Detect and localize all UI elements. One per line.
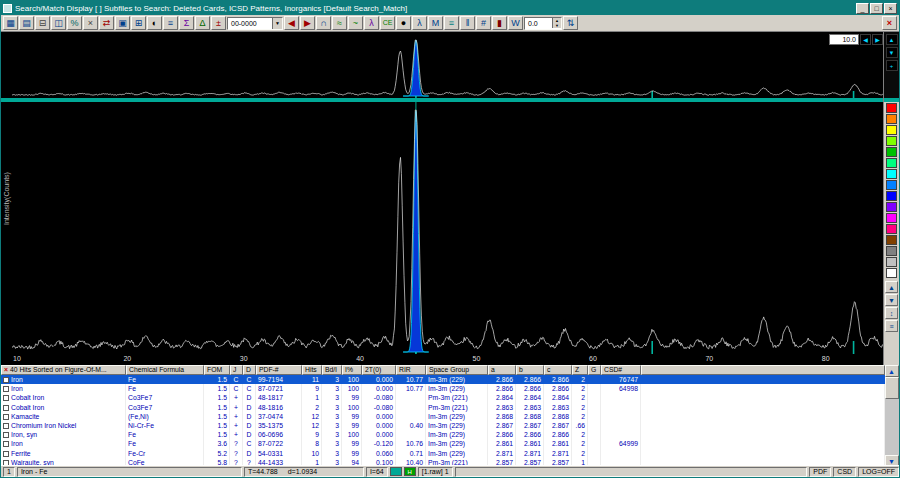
column-header-Chemical Formula[interactable]: Chemical Formula bbox=[126, 365, 204, 375]
updown-icon[interactable]: ⇅ bbox=[563, 16, 578, 30]
grid-icon[interactable]: ⊞ bbox=[131, 16, 146, 30]
row-checkbox[interactable] bbox=[3, 423, 9, 429]
row-checkbox[interactable] bbox=[3, 386, 9, 392]
row-checkbox[interactable] bbox=[3, 405, 9, 411]
hash-icon[interactable]: # bbox=[476, 16, 491, 30]
table-row[interactable]: IronFe1.5CC99-71941131000.00010.77Im-3m … bbox=[1, 375, 885, 384]
row-checkbox[interactable] bbox=[3, 432, 9, 438]
column-header-b[interactable]: b bbox=[516, 365, 544, 375]
circle-icon[interactable]: ● bbox=[396, 16, 411, 30]
column-header-FOM[interactable]: FOM bbox=[204, 365, 230, 375]
palette-color-14[interactable] bbox=[886, 257, 897, 267]
prev-peak-icon[interactable]: ◀ bbox=[284, 16, 299, 30]
palette-color-5[interactable] bbox=[886, 158, 897, 168]
palette-color-3[interactable] bbox=[886, 136, 897, 146]
lambda-icon[interactable]: λ bbox=[412, 16, 427, 30]
palette-color-9[interactable] bbox=[886, 202, 897, 212]
delta-icon[interactable]: Δ bbox=[195, 16, 210, 30]
pdf-number-combo[interactable]: 00-0000 ▼ bbox=[227, 17, 283, 30]
table-row[interactable]: Cobalt IronCo3Fe71.5+D48-181623100-0.080… bbox=[1, 403, 885, 412]
pattern-chart-plot[interactable] bbox=[12, 102, 885, 354]
minimize-button[interactable]: _ bbox=[856, 3, 869, 14]
table-row[interactable]: Cobalt IronCo3Fe71.5+D48-18171399-0.080P… bbox=[1, 393, 885, 402]
percent-icon[interactable]: % bbox=[67, 16, 82, 30]
palette-color-2[interactable] bbox=[886, 125, 897, 135]
cut-icon[interactable]: × bbox=[83, 16, 98, 30]
column-header-filler[interactable] bbox=[641, 365, 885, 375]
column-header-2T(0)[interactable]: 2T(0) bbox=[362, 365, 396, 375]
print-icon[interactable]: ⊟ bbox=[35, 16, 50, 30]
table-row[interactable]: FerriteFe-Cr5.2?D54-0331103990.0600.71Im… bbox=[1, 449, 885, 458]
column-header-name[interactable]: ×40 Hits Sorted on Figure-Of-M... bbox=[1, 365, 126, 375]
column-header-Space Group[interactable]: Space Group bbox=[426, 365, 488, 375]
background-fit-icon[interactable]: ≈ bbox=[332, 16, 347, 30]
table-scrollbar[interactable]: ▲ ▼ bbox=[884, 365, 899, 467]
pdf-toggle[interactable]: PDF bbox=[809, 467, 831, 477]
column-header-G[interactable]: G bbox=[588, 365, 601, 375]
row-checkbox[interactable] bbox=[3, 441, 9, 447]
overlay-icon[interactable]: ▣ bbox=[115, 16, 130, 30]
peak-profile-icon[interactable]: ∩ bbox=[316, 16, 331, 30]
table-row[interactable]: Iron, synFe1.5+D06-0696931000.000Im-3m (… bbox=[1, 430, 885, 439]
chevron-down-icon[interactable]: ▼ bbox=[272, 18, 282, 29]
column-header-RIR[interactable]: RIR bbox=[396, 365, 426, 375]
pan-down-icon[interactable]: ▼ bbox=[885, 294, 898, 306]
palette-color-7[interactable] bbox=[886, 180, 897, 190]
column-header-Bd/l[interactable]: Bd/l bbox=[322, 365, 342, 375]
two-theta-offset-spinner[interactable]: 0.0 ▲▼ bbox=[524, 17, 562, 30]
list-icon[interactable]: ≡ bbox=[163, 16, 178, 30]
column-header-CSD#[interactable]: CSD# bbox=[601, 365, 641, 375]
split-view-icon[interactable]: ◫ bbox=[51, 16, 66, 30]
sum-icon[interactable]: Σ bbox=[179, 16, 194, 30]
column-header-Hits[interactable]: Hits bbox=[302, 365, 322, 375]
palette-color-4[interactable] bbox=[886, 147, 897, 157]
pan-up-icon[interactable]: ▲ bbox=[885, 281, 898, 293]
close-button[interactable]: × bbox=[884, 3, 897, 14]
column-header-Z[interactable]: Z bbox=[572, 365, 588, 375]
title-bar[interactable]: Search/Match Display [ ] Subfiles to Sea… bbox=[1, 1, 899, 15]
row-checkbox[interactable] bbox=[3, 377, 9, 383]
column-header-c[interactable]: c bbox=[544, 365, 572, 375]
scroll-left-icon[interactable]: ◀ bbox=[860, 34, 871, 45]
table-row[interactable]: IronFe3.6?C87-07228399-0.12010.76Im-3m (… bbox=[1, 439, 885, 448]
close-display-button[interactable]: × bbox=[882, 16, 897, 30]
status-color-chip[interactable] bbox=[390, 467, 402, 476]
palette-color-11[interactable] bbox=[886, 224, 897, 234]
magnify-icon[interactable]: M bbox=[428, 16, 443, 30]
overview-chart-plot[interactable] bbox=[12, 32, 885, 98]
clear-sort-icon[interactable]: × bbox=[4, 366, 8, 373]
column-header-PDF-#[interactable]: PDF-# bbox=[256, 365, 302, 375]
fit-vertical-icon[interactable]: ↕ bbox=[885, 307, 898, 319]
scroll-right-icon[interactable]: ▶ bbox=[872, 34, 883, 45]
width-icon[interactable]: W bbox=[508, 16, 523, 30]
palette-color-6[interactable] bbox=[886, 169, 897, 179]
log-toggle[interactable]: LOG=OFF bbox=[858, 467, 899, 477]
csd-toggle[interactable]: CSD bbox=[833, 467, 856, 477]
crosshair-icon[interactable]: + bbox=[886, 60, 898, 71]
chart-options-icon[interactable]: ≡ bbox=[885, 320, 898, 332]
table-row[interactable]: Chromium Iron NickelNi-Cr-Fe1.5+D35-1375… bbox=[1, 421, 885, 430]
row-checkbox[interactable] bbox=[3, 414, 9, 420]
column-header-a[interactable]: a bbox=[488, 365, 516, 375]
table-row[interactable]: IronFe1.5CC87-0721931000.00010.77Im-3m (… bbox=[1, 384, 885, 393]
k-alpha-icon[interactable]: λ bbox=[364, 16, 379, 30]
maximize-button[interactable]: □ bbox=[870, 3, 883, 14]
palette-color-13[interactable] bbox=[886, 246, 897, 256]
swap-axes-icon[interactable]: ⇄ bbox=[99, 16, 114, 30]
scrollbar-track[interactable] bbox=[885, 377, 899, 455]
expand-chart-icon[interactable]: ▲ bbox=[886, 34, 898, 45]
palette-color-12[interactable] bbox=[886, 235, 897, 245]
palette-color-10[interactable] bbox=[886, 213, 897, 223]
overview-chart[interactable]: 10.0 ◀▶ bbox=[12, 32, 885, 98]
window-tile-icon[interactable]: ▦ bbox=[3, 16, 18, 30]
report-view-icon[interactable]: ▤ bbox=[19, 16, 34, 30]
row-checkbox[interactable] bbox=[3, 451, 9, 457]
smooth-icon[interactable]: ~ bbox=[348, 16, 363, 30]
palette-color-0[interactable] bbox=[886, 103, 897, 113]
bars-icon[interactable]: ‖ bbox=[460, 16, 475, 30]
scrollbar-thumb[interactable] bbox=[885, 377, 899, 399]
table-row[interactable]: Kamacite(Fe,Ni)1.5+D37-0474123990.000Im-… bbox=[1, 412, 885, 421]
contrast-icon[interactable]: ◐ bbox=[147, 16, 162, 30]
pattern-chart[interactable] bbox=[12, 102, 885, 354]
row-checkbox[interactable] bbox=[3, 395, 9, 401]
